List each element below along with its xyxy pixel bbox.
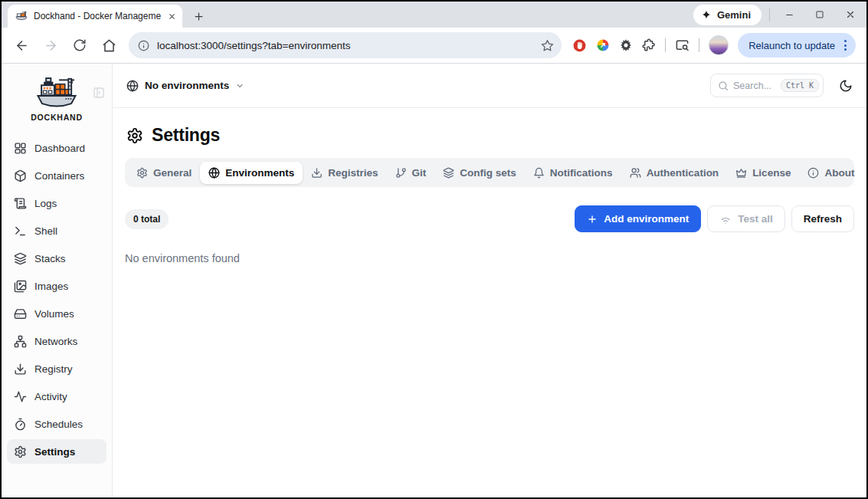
- environments-actions: 0 total Add environment Test all Refresh: [125, 205, 854, 232]
- sidebar-item-registry[interactable]: Registry: [7, 356, 106, 381]
- sidebar-item-images[interactable]: Images: [7, 274, 106, 298]
- toolbar-separator: [699, 38, 699, 52]
- relaunch-update-button[interactable]: Relaunch to update: [738, 33, 856, 57]
- sidebar-item-activity[interactable]: Activity: [7, 384, 106, 409]
- sidebar-item-logs[interactable]: Logs: [7, 191, 106, 215]
- sidebar: DOCKHAND Dashboard Containers Logs: [2, 64, 113, 497]
- browser-window: Dockhand - Docker Manageme Gemini: [0, 0, 868, 499]
- tab-config-sets[interactable]: Config sets: [434, 162, 525, 184]
- sidebar-item-label: Containers: [34, 170, 84, 182]
- browser-tab[interactable]: Dockhand - Docker Manageme: [8, 5, 182, 28]
- test-all-label: Test all: [738, 213, 773, 225]
- search-shortcut-badge: Ctrl K: [781, 79, 819, 92]
- tab-label: Git: [412, 167, 427, 179]
- sidebar-item-label: Registry: [34, 363, 73, 375]
- tab-authentication[interactable]: Authentication: [621, 162, 728, 184]
- wifi-icon: [719, 213, 732, 225]
- refresh-label: Refresh: [804, 213, 842, 225]
- browser-titlebar: Dockhand - Docker Manageme Gemini: [2, 2, 866, 28]
- add-environment-button[interactable]: Add environment: [575, 205, 701, 232]
- new-tab-button[interactable]: [188, 6, 208, 26]
- gemini-button[interactable]: Gemini: [693, 5, 762, 25]
- sidebar-item-schedules[interactable]: Schedules: [7, 412, 106, 436]
- app-topbar: No environments Search... Ctrl K: [113, 64, 866, 108]
- gemini-sparkle-icon: [701, 9, 712, 20]
- tab-environments[interactable]: Environments: [200, 162, 303, 184]
- sidebar-item-dashboard[interactable]: Dashboard: [7, 136, 106, 160]
- add-environment-label: Add environment: [604, 213, 689, 225]
- home-icon[interactable]: [97, 33, 121, 57]
- chevron-down-icon: [235, 81, 244, 90]
- git-branch-icon: [395, 167, 407, 179]
- timer-icon: [14, 418, 27, 431]
- photos-extension-icon[interactable]: [596, 38, 610, 52]
- download-icon: [311, 167, 323, 179]
- environment-selector-label: No environments: [145, 80, 229, 91]
- close-button[interactable]: [839, 3, 862, 26]
- tab-label: Config sets: [460, 167, 516, 179]
- bell-icon: [533, 167, 545, 179]
- tab-label: General: [153, 167, 192, 179]
- profile-avatar[interactable]: [709, 35, 729, 55]
- dark-mode-toggle[interactable]: [839, 79, 853, 93]
- url-text[interactable]: localhost:3000/settings?tab=environments: [157, 40, 533, 51]
- search-placeholder: Search...: [733, 80, 776, 91]
- sidebar-item-networks[interactable]: Networks: [7, 329, 106, 353]
- browser-toolbar: localhost:3000/settings?tab=environments: [2, 28, 866, 63]
- gear-icon: [126, 127, 143, 144]
- layers-icon: [14, 252, 27, 265]
- dockhand-app: DOCKHAND Dashboard Containers Logs: [2, 63, 866, 497]
- reload-icon[interactable]: [67, 33, 92, 57]
- site-info-icon[interactable]: [138, 40, 149, 51]
- main-panel: No environments Search... Ctrl K: [113, 64, 866, 497]
- info-icon: [807, 167, 819, 179]
- test-all-button[interactable]: Test all: [707, 205, 785, 232]
- sidebar-item-stacks[interactable]: Stacks: [7, 246, 106, 271]
- sidebar-item-label: Networks: [34, 336, 77, 347]
- images-icon: [14, 280, 27, 293]
- container-box-icon: [14, 169, 27, 182]
- search-icon: [718, 80, 729, 91]
- sidebar-item-label: Stacks: [34, 253, 66, 264]
- search-tabs-icon[interactable]: [675, 38, 689, 53]
- browser-menu-icon[interactable]: [840, 35, 851, 55]
- tab-about[interactable]: About: [799, 162, 863, 184]
- titlebar-separator: [769, 8, 770, 21]
- tab-git[interactable]: Git: [387, 162, 435, 184]
- back-icon[interactable]: [9, 33, 34, 57]
- brand-name: DOCKHAND: [31, 113, 83, 122]
- sidebar-item-label: Schedules: [34, 419, 83, 430]
- search-input[interactable]: Search... Ctrl K: [710, 74, 824, 97]
- tab-registries[interactable]: Registries: [303, 162, 386, 184]
- dashboard-icon: [14, 142, 27, 155]
- bookmark-star-icon[interactable]: [541, 39, 554, 52]
- sidebar-item-settings[interactable]: Settings: [7, 439, 106, 464]
- sidebar-item-shell[interactable]: Shell: [7, 218, 106, 243]
- environment-selector[interactable]: No environments: [126, 80, 244, 92]
- globe-icon: [126, 80, 139, 92]
- gear-extension-icon[interactable]: [619, 38, 633, 52]
- sidebar-item-volumes[interactable]: Volumes: [7, 301, 106, 326]
- minimize-button[interactable]: [778, 3, 801, 26]
- tab-general[interactable]: General: [128, 162, 200, 184]
- forward-icon[interactable]: [38, 33, 63, 57]
- maximize-button[interactable]: [808, 3, 831, 26]
- sidebar-item-label: Shell: [34, 225, 57, 237]
- tab-label: About: [824, 167, 854, 179]
- page-title: Settings: [126, 125, 854, 146]
- url-bar[interactable]: localhost:3000/settings?tab=environments: [129, 32, 562, 58]
- download-icon: [14, 363, 27, 376]
- sidebar-item-containers[interactable]: Containers: [7, 163, 106, 188]
- dockhand-logo-icon: [35, 76, 78, 111]
- tab-close-icon[interactable]: [168, 12, 176, 21]
- tab-notifications[interactable]: Notifications: [525, 162, 621, 184]
- adblock-extension-icon[interactable]: [572, 38, 587, 53]
- activity-pulse-icon: [14, 390, 27, 403]
- refresh-button[interactable]: Refresh: [791, 205, 854, 232]
- extensions-puzzle-icon[interactable]: [642, 38, 656, 52]
- total-count-badge: 0 total: [125, 209, 169, 229]
- sidebar-collapse-icon[interactable]: [93, 87, 105, 99]
- layers-icon: [443, 167, 454, 179]
- tab-label: Notifications: [550, 167, 613, 179]
- tab-license[interactable]: License: [727, 162, 799, 184]
